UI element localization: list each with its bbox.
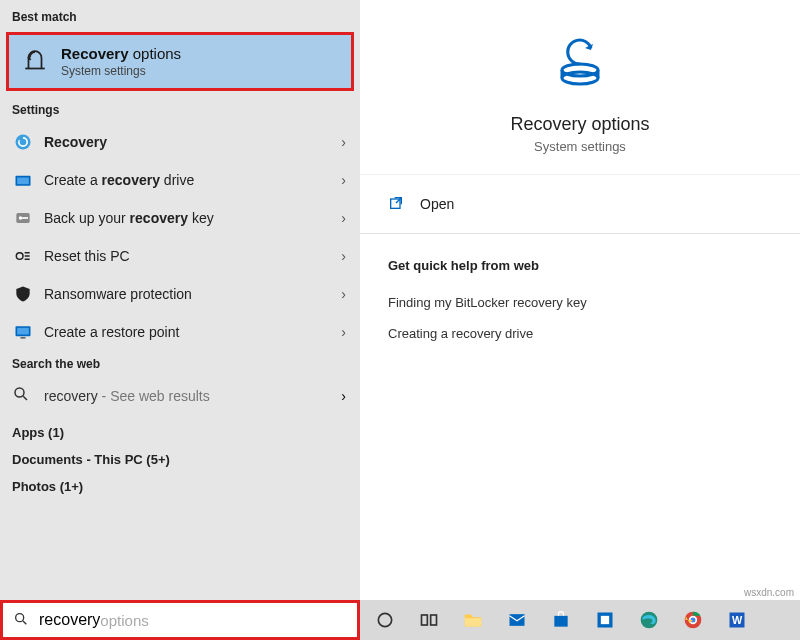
app-icon[interactable]	[594, 609, 616, 631]
settings-item-reset-pc[interactable]: Reset this PC ›	[0, 237, 360, 275]
chevron-right-icon: ›	[341, 388, 346, 404]
settings-header: Settings	[0, 97, 360, 123]
search-icon	[13, 611, 31, 629]
svg-rect-19	[510, 614, 525, 626]
recovery-hero-icon	[548, 30, 612, 98]
store-icon[interactable]	[550, 609, 572, 631]
web-result-recovery[interactable]: recovery - See web results ›	[0, 377, 360, 415]
file-explorer-icon[interactable]	[462, 609, 484, 631]
details-panel: Recovery options System settings Open Ge…	[360, 0, 800, 600]
chevron-right-icon: ›	[341, 210, 346, 226]
divider	[360, 233, 800, 234]
details-title: Recovery options	[380, 114, 780, 135]
svg-rect-17	[431, 615, 437, 625]
category-apps[interactable]: Apps (1)	[0, 415, 360, 442]
chevron-right-icon: ›	[341, 172, 346, 188]
chevron-right-icon: ›	[341, 134, 346, 150]
chevron-right-icon: ›	[341, 324, 346, 340]
settings-item-ransomware[interactable]: Ransomware protection ›	[0, 275, 360, 313]
settings-item-recovery[interactable]: Recovery ›	[0, 123, 360, 161]
open-action[interactable]: Open	[360, 181, 800, 227]
help-section: Get quick help from web Finding my BitLo…	[360, 240, 800, 367]
shield-icon	[12, 283, 34, 305]
best-match-header: Best match	[0, 4, 360, 30]
help-link-bitlocker[interactable]: Finding my BitLocker recovery key	[388, 287, 772, 318]
svg-point-14	[16, 614, 24, 622]
chevron-right-icon: ›	[341, 248, 346, 264]
task-view-icon[interactable]	[418, 609, 440, 631]
word-icon[interactable]: W	[726, 609, 748, 631]
monitor-icon	[12, 321, 34, 343]
edge-icon[interactable]	[638, 609, 660, 631]
help-title: Get quick help from web	[388, 258, 772, 273]
settings-item-recovery-drive[interactable]: Create a recovery drive ›	[0, 161, 360, 199]
cortana-icon[interactable]	[374, 609, 396, 631]
reset-pc-icon	[12, 245, 34, 267]
svg-point-15	[378, 613, 391, 626]
svg-rect-9	[21, 337, 26, 339]
search-icon	[12, 385, 34, 407]
svg-point-12	[562, 64, 598, 76]
mail-icon[interactable]	[506, 609, 528, 631]
settings-item-restore-point[interactable]: Create a restore point ›	[0, 313, 360, 351]
svg-rect-8	[17, 328, 29, 335]
recovery-settings-icon	[12, 131, 34, 153]
recovery-icon	[21, 48, 49, 76]
svg-rect-2	[17, 178, 29, 185]
svg-rect-16	[422, 615, 428, 625]
details-hero: Recovery options System settings	[360, 0, 800, 175]
best-match-text: Recovery options System settings	[61, 45, 181, 78]
svg-point-6	[16, 253, 23, 260]
category-documents[interactable]: Documents - This PC (5+)	[0, 442, 360, 469]
watermark: wsxdn.com	[744, 587, 794, 598]
svg-rect-18	[465, 618, 482, 626]
best-match-recovery-options[interactable]: Recovery options System settings	[6, 32, 354, 91]
help-link-recovery-drive[interactable]: Creating a recovery drive	[388, 318, 772, 349]
svg-point-10	[15, 388, 24, 397]
search-typed-text: recovery	[39, 611, 100, 629]
search-autocomplete-ghost: options	[100, 612, 148, 629]
details-subtitle: System settings	[380, 139, 780, 154]
svg-rect-5	[22, 217, 28, 219]
drive-icon	[12, 169, 34, 191]
open-icon	[388, 195, 406, 213]
svg-rect-22	[601, 616, 609, 624]
svg-point-4	[19, 216, 22, 219]
search-input-bar[interactable]: recovery options	[0, 600, 360, 640]
chrome-icon[interactable]	[682, 609, 704, 631]
chevron-right-icon: ›	[341, 286, 346, 302]
svg-text:W: W	[732, 614, 743, 626]
svg-rect-20	[554, 616, 567, 627]
key-icon	[12, 207, 34, 229]
svg-point-0	[16, 135, 31, 150]
search-web-header: Search the web	[0, 351, 360, 377]
taskbar: W	[360, 600, 800, 640]
search-results-panel: Best match Recovery options System setti…	[0, 0, 360, 600]
settings-item-recovery-key[interactable]: Back up your recovery key ›	[0, 199, 360, 237]
open-label: Open	[420, 196, 454, 212]
category-photos[interactable]: Photos (1+)	[0, 469, 360, 496]
